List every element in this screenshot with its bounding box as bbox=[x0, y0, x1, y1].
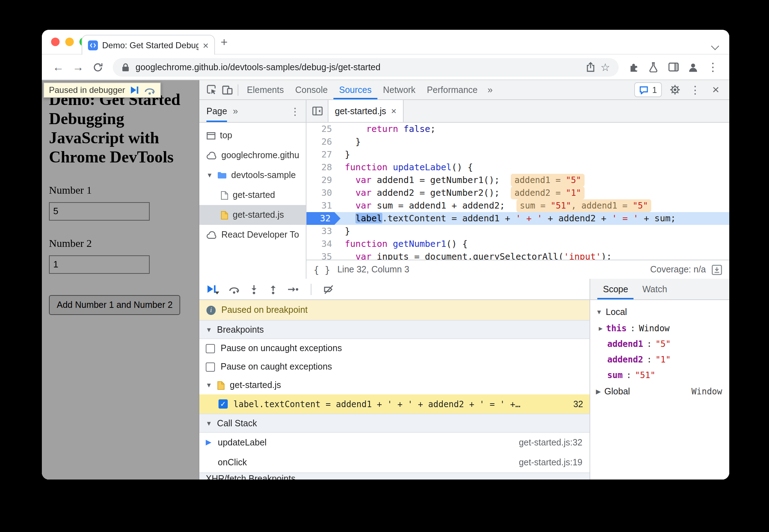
forward-button[interactable]: → bbox=[69, 58, 87, 76]
format-code-icon[interactable]: { } bbox=[314, 264, 330, 275]
editor-tab-close-icon[interactable]: × bbox=[391, 106, 397, 116]
line-number-32[interactable]: 32 bbox=[306, 212, 341, 225]
editor-tab-get-started-js[interactable]: get-started.js × bbox=[328, 100, 404, 122]
breakpoint-file-group[interactable]: ▼ get-started.js bbox=[199, 376, 590, 394]
code-line-34[interactable]: 34function getNumber1() { bbox=[306, 238, 729, 250]
add-button[interactable]: Add Number 1 and Number 2 bbox=[49, 295, 181, 315]
profile-avatar-icon[interactable] bbox=[684, 58, 702, 76]
hide-navigator-icon[interactable] bbox=[306, 100, 328, 122]
code-editor[interactable]: 25 return false;26 }27}28function update… bbox=[306, 123, 729, 260]
navigator-tab-page[interactable]: Page bbox=[206, 100, 227, 122]
line-number-35[interactable]: 35 bbox=[306, 250, 341, 260]
disclosure-triangle-icon[interactable]: ▼ bbox=[206, 172, 213, 179]
nav-item-react-developer-to[interactable]: React Developer To bbox=[199, 225, 306, 245]
line-number-29[interactable]: 29 bbox=[306, 174, 341, 187]
code-line-26[interactable]: 26 } bbox=[306, 135, 729, 148]
nav-item-googlechrome-githu[interactable]: googlechrome.githu bbox=[199, 145, 306, 165]
collapse-triangle-icon[interactable]: ▼ bbox=[206, 326, 212, 333]
nav-item-get-started-js[interactable]: get-started.js bbox=[199, 205, 306, 225]
minimize-window-button[interactable] bbox=[65, 38, 74, 46]
deactivate-breakpoints-button[interactable] bbox=[323, 284, 334, 294]
tab-scope[interactable]: Scope bbox=[597, 279, 634, 299]
scope-local-header[interactable]: ▼Local bbox=[590, 304, 729, 321]
code-line-31[interactable]: 31 var sum = addend1 + addend2;sum = "51… bbox=[306, 199, 729, 212]
share-icon[interactable] bbox=[586, 62, 595, 72]
url-text[interactable]: googlechrome.github.io/devtools-samples/… bbox=[135, 62, 580, 72]
settings-gear-icon[interactable] bbox=[667, 82, 682, 98]
issues-chip[interactable]: 1 bbox=[635, 82, 662, 97]
device-toolbar-icon[interactable] bbox=[219, 82, 235, 98]
step-over-button[interactable] bbox=[228, 284, 240, 294]
number2-input[interactable] bbox=[49, 255, 150, 273]
tab-watch[interactable]: Watch bbox=[637, 279, 673, 299]
extensions-puzzle-icon[interactable] bbox=[624, 58, 643, 76]
scope-var-this[interactable]: ▶this: Window bbox=[590, 321, 729, 336]
pause-uncaught-checkbox[interactable] bbox=[206, 344, 215, 353]
nav-item-get-started[interactable]: get-started bbox=[199, 185, 306, 205]
devtools-tab-sources[interactable]: Sources bbox=[333, 80, 377, 99]
line-number-28[interactable]: 28 bbox=[306, 161, 341, 174]
browser-tab[interactable]: Demo: Get Started Debugging × bbox=[82, 35, 215, 55]
devtools-tab-performance[interactable]: Performance bbox=[421, 80, 483, 99]
code-line-30[interactable]: 30 var addend2 = getNumber2();addend2 = … bbox=[306, 187, 729, 199]
inspect-element-icon[interactable] bbox=[204, 82, 219, 98]
line-number-31[interactable]: 31 bbox=[306, 199, 341, 212]
tab-search-chevron-icon[interactable] bbox=[712, 39, 718, 52]
side-panel-icon[interactable] bbox=[664, 58, 682, 76]
code-line-33[interactable]: 33} bbox=[306, 225, 729, 238]
close-window-button[interactable] bbox=[51, 38, 60, 46]
browser-menu-icon[interactable]: ⋮ bbox=[704, 58, 722, 76]
line-number-27[interactable]: 27 bbox=[306, 148, 341, 161]
nav-item-top[interactable]: top bbox=[199, 126, 306, 145]
more-panels-icon[interactable]: » bbox=[483, 84, 497, 95]
devtools-close-icon[interactable]: × bbox=[708, 82, 724, 98]
devtools-tab-elements[interactable]: Elements bbox=[241, 80, 289, 99]
bookmark-star-icon[interactable]: ☆ bbox=[601, 61, 610, 73]
devtools-menu-icon[interactable]: ⋮ bbox=[687, 82, 703, 98]
resume-script-button[interactable] bbox=[206, 284, 219, 294]
devtools-tab-network[interactable]: Network bbox=[377, 80, 421, 99]
new-tab-button[interactable]: + bbox=[221, 35, 228, 50]
scope-var-sum[interactable]: sum: "51" bbox=[590, 367, 729, 383]
breakpoint-entry[interactable]: ✓ label.textContent = addend1 + ' + ' + … bbox=[199, 394, 590, 414]
scope-var-addend1[interactable]: addend1: "5" bbox=[590, 336, 729, 352]
breakpoints-section-header[interactable]: ▼ Breakpoints bbox=[199, 320, 590, 339]
disclosure-triangle-icon[interactable]: ▼ bbox=[596, 309, 602, 316]
address-bar[interactable]: googlechrome.github.io/devtools-samples/… bbox=[113, 58, 619, 76]
navigator-more-tabs-icon[interactable]: » bbox=[233, 106, 238, 116]
code-line-29[interactable]: 29 var addend1 = getNumber1();addend1 = … bbox=[306, 174, 729, 187]
resume-script-icon[interactable] bbox=[130, 86, 139, 94]
tab-close-icon[interactable]: × bbox=[203, 40, 209, 50]
call-stack-section-header[interactable]: ▼ Call Stack bbox=[199, 414, 590, 433]
step-over-icon[interactable] bbox=[144, 85, 156, 95]
scope-var-addend2[interactable]: addend2: "1" bbox=[590, 352, 729, 367]
devtools-tab-console[interactable]: Console bbox=[289, 80, 333, 99]
line-number-33[interactable]: 33 bbox=[306, 225, 341, 238]
collapse-triangle-icon[interactable]: ▼ bbox=[206, 420, 212, 427]
number1-input[interactable] bbox=[49, 202, 150, 220]
pause-uncaught-row[interactable]: Pause on uncaught exceptions bbox=[199, 339, 590, 358]
pause-caught-checkbox[interactable] bbox=[206, 362, 215, 371]
pause-caught-row[interactable]: Pause on caught exceptions bbox=[199, 358, 590, 376]
code-line-27[interactable]: 27} bbox=[306, 148, 729, 161]
step-button[interactable] bbox=[287, 284, 299, 294]
expand-triangle-icon[interactable]: ▶ bbox=[599, 325, 603, 332]
callstack-frame-updatelabel[interactable]: updateLabelget-started.js:32 bbox=[199, 433, 590, 453]
navigator-menu-icon[interactable]: ⋮ bbox=[290, 105, 300, 117]
step-into-button[interactable] bbox=[249, 284, 259, 294]
code-line-32[interactable]: 32 label.textContent = addend1 + ' + ' +… bbox=[306, 212, 729, 225]
code-line-35[interactable]: 35 var inputs = document.querySelectorAl… bbox=[306, 250, 729, 260]
scope-global-header[interactable]: ▶GlobalWindow bbox=[590, 383, 729, 400]
line-number-34[interactable]: 34 bbox=[306, 238, 341, 250]
callstack-frame-onclick[interactable]: onClickget-started.js:19 bbox=[199, 453, 590, 472]
expand-triangle-icon[interactable]: ▶ bbox=[596, 388, 601, 395]
breakpoint-checkbox[interactable]: ✓ bbox=[218, 399, 228, 409]
step-out-button[interactable] bbox=[268, 284, 278, 294]
line-number-26[interactable]: 26 bbox=[306, 135, 341, 148]
reload-button[interactable] bbox=[89, 58, 107, 76]
code-line-28[interactable]: 28function updateLabel() { bbox=[306, 161, 729, 174]
nav-item-devtools-sample[interactable]: ▼devtools-sample bbox=[199, 165, 306, 185]
coverage-icon[interactable] bbox=[712, 264, 722, 275]
line-number-30[interactable]: 30 bbox=[306, 187, 341, 199]
beaker-icon[interactable] bbox=[644, 58, 663, 76]
